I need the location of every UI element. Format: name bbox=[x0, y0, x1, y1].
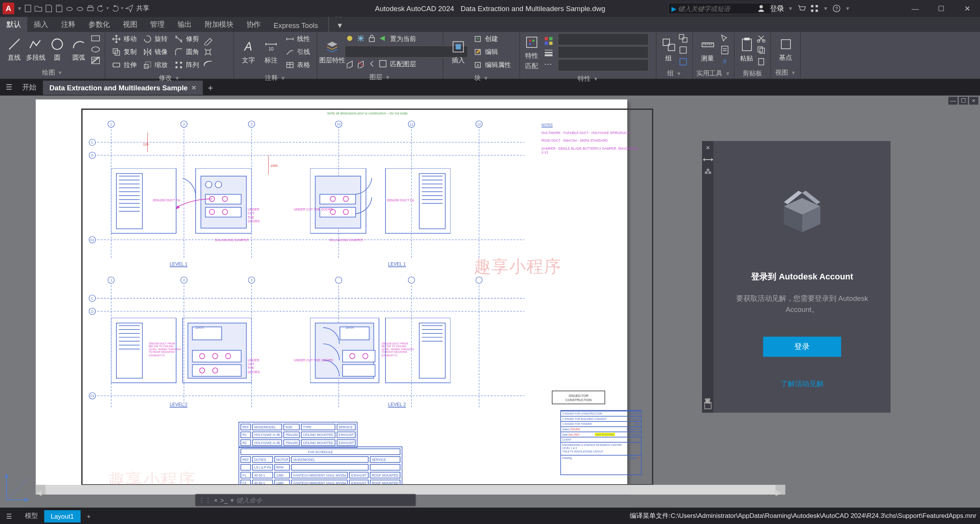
props-button[interactable]: 特性 bbox=[524, 34, 540, 60]
quickcalc-icon[interactable] bbox=[720, 45, 730, 54]
maximize-button[interactable]: ☐ bbox=[928, 0, 954, 17]
select-icon[interactable] bbox=[720, 33, 730, 43]
layer-match[interactable]: 匹配图层 bbox=[389, 59, 418, 70]
app-menu-arrow[interactable]: ▼ bbox=[17, 5, 22, 11]
qat-print-icon[interactable] bbox=[86, 4, 95, 13]
tab-manage[interactable]: 管理 bbox=[144, 17, 171, 32]
help-icon[interactable]: ? bbox=[832, 4, 841, 13]
vp-close-icon[interactable]: × bbox=[969, 97, 978, 104]
color-combo[interactable] bbox=[558, 33, 649, 46]
stretch-button[interactable]: 拉伸 bbox=[109, 59, 139, 71]
model-tab[interactable]: 模型 bbox=[18, 509, 44, 523]
qat-redo-icon[interactable] bbox=[111, 4, 120, 13]
login-link[interactable]: 登录 bbox=[770, 3, 784, 13]
tab-output[interactable]: 输出 bbox=[171, 17, 198, 32]
panel-close-icon[interactable]: × bbox=[706, 144, 710, 151]
learn-link[interactable]: 了解活动见解 bbox=[781, 379, 823, 389]
layer-freeze-icon[interactable] bbox=[356, 33, 366, 45]
array-button[interactable]: 阵列 bbox=[172, 59, 201, 71]
measure-button[interactable]: 测量 bbox=[697, 37, 718, 63]
close-file-icon[interactable]: × bbox=[191, 83, 196, 92]
tab-default[interactable]: 默认 bbox=[0, 17, 27, 32]
layer-uniso-icon[interactable] bbox=[356, 59, 366, 70]
login-button[interactable]: 登录 bbox=[763, 337, 841, 357]
count-icon[interactable]: # bbox=[720, 57, 730, 66]
text-button[interactable]: A文字 bbox=[238, 39, 259, 65]
trim-button[interactable]: 修剪 bbox=[172, 33, 201, 45]
cart-icon[interactable] bbox=[797, 4, 806, 13]
paste-spec-icon[interactable] bbox=[756, 57, 766, 66]
dim-button[interactable]: 10标注 bbox=[260, 39, 281, 65]
share-label[interactable]: 共享 bbox=[136, 4, 149, 13]
layer-lock-icon[interactable] bbox=[367, 33, 377, 45]
ungroup-icon[interactable] bbox=[678, 33, 688, 43]
qat-new-icon[interactable] bbox=[23, 4, 33, 13]
rotate-button[interactable]: 旋转 bbox=[140, 33, 170, 45]
linear-button[interactable]: 线性 bbox=[283, 33, 313, 45]
group-select-icon[interactable] bbox=[678, 57, 688, 66]
panel-menu-icon[interactable]: ⁂ bbox=[704, 168, 712, 176]
scale-button[interactable]: 缩放 bbox=[140, 59, 170, 71]
edit-attr-btn[interactable]: A编辑属性 bbox=[470, 59, 513, 71]
copy-clip-icon[interactable] bbox=[756, 45, 766, 54]
panel-pin-icon[interactable]: ⟷ bbox=[703, 155, 713, 164]
layer-props-button[interactable]: 图层特性 bbox=[321, 39, 343, 65]
layer-off-icon[interactable] bbox=[345, 33, 355, 45]
layer-current-icon[interactable] bbox=[378, 33, 388, 45]
group-button[interactable]: 组 bbox=[660, 37, 676, 63]
vp-min-icon[interactable]: — bbox=[948, 97, 957, 104]
layout1-tab[interactable]: Layout1 bbox=[44, 510, 80, 522]
qat-cloud-save-icon[interactable] bbox=[75, 4, 85, 13]
ellipse-icon[interactable] bbox=[90, 45, 101, 54]
tab-parametric[interactable]: 参数化 bbox=[82, 17, 116, 32]
cmd-handle-icon[interactable]: ⋮⋮ bbox=[198, 496, 211, 504]
qat-save-icon[interactable] bbox=[44, 4, 53, 13]
qat-undo-icon[interactable] bbox=[96, 4, 105, 13]
lt-combo[interactable] bbox=[558, 59, 649, 72]
file-menu-icon[interactable]: ☰ bbox=[3, 83, 16, 91]
insert-button[interactable]: 插入 bbox=[447, 39, 469, 65]
fillet-button[interactable]: 圆角 bbox=[172, 46, 201, 58]
new-layout-button[interactable]: + bbox=[80, 510, 97, 522]
lineweight-icon[interactable] bbox=[544, 47, 554, 57]
h-scrollbar[interactable]: ◂ ▸ bbox=[36, 485, 785, 495]
panel-opt-icon[interactable] bbox=[703, 401, 712, 410]
layer-iso-icon[interactable] bbox=[345, 59, 355, 70]
line-button[interactable]: 直线 bbox=[4, 36, 24, 62]
paper-space[interactable]: Verify all dimensions prior to construct… bbox=[36, 100, 627, 492]
polyline-button[interactable]: 多段线 bbox=[26, 36, 46, 62]
layer-walk-icon[interactable] bbox=[378, 59, 388, 70]
tab-insert[interactable]: 插入 bbox=[27, 17, 54, 32]
hatch-icon[interactable] bbox=[90, 56, 101, 65]
qat-share-icon[interactable] bbox=[125, 4, 134, 13]
work-area[interactable]: Verify all dimensions prior to construct… bbox=[0, 96, 980, 508]
bylayer-color-icon[interactable] bbox=[544, 36, 554, 45]
arc-button[interactable]: 圆弧 bbox=[69, 36, 89, 62]
create-block-btn[interactable]: +创建 bbox=[470, 33, 513, 45]
offset-icon[interactable] bbox=[203, 59, 213, 68]
base-button[interactable]: 基点 bbox=[775, 36, 796, 62]
start-tab[interactable]: 开始 bbox=[16, 80, 43, 95]
cut-icon[interactable] bbox=[756, 33, 766, 43]
app-icon[interactable]: A bbox=[3, 3, 15, 15]
edit-block-btn[interactable]: 编辑 bbox=[470, 46, 513, 58]
rect-icon[interactable] bbox=[90, 34, 101, 43]
vp-max-icon[interactable]: ☐ bbox=[959, 97, 968, 104]
qat-open-icon[interactable] bbox=[34, 4, 43, 13]
redo-dropdown[interactable]: ▾ bbox=[121, 6, 124, 11]
move-button[interactable]: 移动 bbox=[109, 33, 139, 45]
command-bar[interactable]: ⋮⋮ × >_ ▾ bbox=[195, 494, 416, 506]
explode-icon[interactable] bbox=[203, 47, 213, 57]
qat-saveas-icon[interactable] bbox=[54, 4, 64, 13]
tab-annotate[interactable]: 注释 bbox=[55, 17, 82, 32]
tab-express[interactable]: Express Tools bbox=[267, 19, 325, 32]
close-button[interactable]: ✕ bbox=[954, 0, 980, 17]
qat-cloud-open-icon[interactable] bbox=[65, 4, 74, 13]
leader-button[interactable]: 引线 bbox=[283, 46, 313, 58]
copy-button[interactable]: 复制 bbox=[109, 46, 139, 58]
tab-collab[interactable]: 协作 bbox=[240, 17, 267, 32]
circle-button[interactable]: 圆 bbox=[47, 36, 67, 62]
undo-dropdown[interactable]: ▾ bbox=[106, 6, 109, 11]
group-edit-icon[interactable] bbox=[678, 45, 688, 54]
layer-prev-icon[interactable] bbox=[367, 59, 377, 70]
